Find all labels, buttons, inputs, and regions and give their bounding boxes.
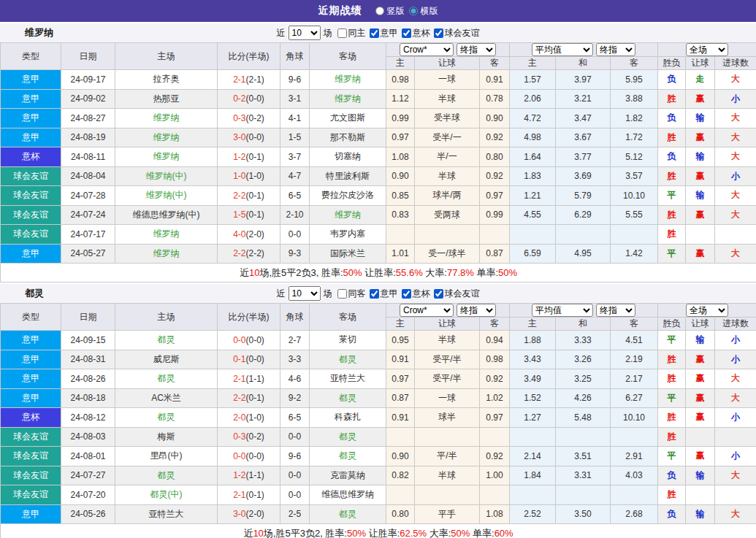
filter-row: 都灵 近 10 场 同客 意甲 意杯 球会友谊 <box>0 284 756 303</box>
odds-away-value: 1.02 <box>480 388 510 408</box>
result-goals: 大 <box>715 388 756 408</box>
result-goals: 小 <box>715 89 756 109</box>
match-row: 球会友谊24-07-20都灵(中)2-1(0-1)0-0维德思维罗纳胜 <box>1 485 756 505</box>
odds-home-value: 0.97 <box>386 369 415 389</box>
odds-time-select[interactable]: 终指 <box>457 304 496 317</box>
result-handicap: 赢 <box>686 244 715 264</box>
result-outcome: 负 <box>658 70 686 90</box>
bookmaker-select[interactable]: Crow* <box>400 43 454 56</box>
match-row: 球会友谊24-07-28维罗纳(中)2-2(0-1)6-5费拉尔皮沙洛0.85球… <box>1 186 756 206</box>
avg-home-value: 3.43 <box>510 350 556 369</box>
odds-away-value: 0.92 <box>480 447 510 466</box>
match-score: 2-2(0-1) <box>218 186 280 206</box>
avg-group-header: 平均值终指 <box>510 43 658 57</box>
recent-count-select[interactable]: 10 <box>289 26 321 40</box>
sub-header-avg-away: 客 <box>611 57 658 70</box>
friendly-checkbox[interactable] <box>434 289 443 299</box>
col-header-home: 主场 <box>115 43 218 70</box>
seriea-checkbox[interactable] <box>370 289 379 299</box>
vertical-radio-label: 竖版 <box>387 5 405 18</box>
corner-score: 3-7 <box>280 147 310 167</box>
odds-group-header: Crow*终指 <box>386 304 510 318</box>
match-date: 24-08-04 <box>61 166 115 186</box>
team-section-torino: 都灵 近 10 场 同客 意甲 意杯 球会友谊 <box>0 284 756 538</box>
average-select[interactable]: 平均值 <box>532 304 593 317</box>
sub-header-handicap: 让球 <box>415 57 480 70</box>
league-filter-seriea[interactable]: 意甲 <box>366 288 398 300</box>
league-filter-friendly[interactable]: 球会友谊 <box>430 288 480 300</box>
match-date: 24-07-24 <box>61 205 115 225</box>
avg-away-value: 3.57 <box>611 166 658 186</box>
corner-score: 0-0 <box>280 485 310 505</box>
match-score: 2-1(1-1) <box>218 369 280 389</box>
league-filter-coppa[interactable]: 意杯 <box>398 288 430 300</box>
home-team: 都灵 <box>115 369 218 389</box>
same-venue-filter[interactable]: 同客 <box>332 288 366 300</box>
avg-away-value: 6.27 <box>611 388 658 408</box>
view-option-horizontal[interactable]: 横版 <box>409 5 438 18</box>
away-team: 韦罗内塞 <box>310 225 386 245</box>
result-goals: 大 <box>715 205 756 225</box>
odds-home-value: 0.87 <box>386 388 415 408</box>
result-handicap: 赢 <box>686 166 715 186</box>
result-outcome: 胜 <box>658 225 686 245</box>
match-row: 意甲24-08-26都灵2-1(1-1)4-6亚特兰大0.97受平/半0.923… <box>1 369 756 389</box>
league-type-badge: 意甲 <box>1 109 61 128</box>
handicap-line: 受平/半 <box>415 350 480 369</box>
avg-draw-value <box>556 427 611 447</box>
odds-home-value: 1.08 <box>386 147 415 167</box>
avg-time-select[interactable]: 终指 <box>596 43 635 56</box>
avg-away-value: 3.88 <box>611 89 658 109</box>
average-select[interactable]: 平均值 <box>532 43 593 56</box>
avg-home-value: 1.21 <box>510 186 556 206</box>
match-row: 意甲24-09-02热那亚0-2(0-0)3-1维罗纳1.12半球0.782.0… <box>1 89 756 109</box>
view-option-vertical[interactable]: 竖版 <box>375 5 405 18</box>
odds-away-value: 0.87 <box>480 244 510 264</box>
odds-home-value: 1.01 <box>386 244 415 264</box>
seriea-checkbox[interactable] <box>370 28 379 38</box>
same-venue-checkbox[interactable] <box>337 289 347 299</box>
league-filter-coppa[interactable]: 意杯 <box>398 27 430 39</box>
league-type-badge: 球会友谊 <box>1 427 61 447</box>
bookmaker-select[interactable]: Crow* <box>400 304 454 317</box>
match-date: 24-08-31 <box>61 350 115 369</box>
odds-home-value <box>386 225 415 245</box>
odds-away-value: 0.92 <box>480 166 510 186</box>
league-type-badge: 意杯 <box>1 147 61 167</box>
corner-score: 0-0 <box>280 225 310 245</box>
match-row: 意甲24-08-19维罗纳3-0(0-0)1-5那不勒斯0.97受半/一0.92… <box>1 128 756 147</box>
coppa-checkbox[interactable] <box>402 28 411 38</box>
odds-time-select[interactable]: 终指 <box>457 43 496 56</box>
result-group-header: 全场 <box>658 304 756 318</box>
same-venue-checkbox[interactable] <box>337 28 347 38</box>
avg-time-select[interactable]: 终指 <box>596 304 635 317</box>
avg-home-value: 1.84 <box>510 466 556 485</box>
handicap-line: 球半 <box>415 408 480 428</box>
corner-score: 2-7 <box>280 331 310 350</box>
result-outcome: 胜 <box>658 166 686 186</box>
league-filter-friendly[interactable]: 球会友谊 <box>430 27 480 39</box>
recent-suffix-label: 场 <box>324 27 332 39</box>
corner-score: 9-6 <box>280 70 310 90</box>
sub-header-avg-home: 主 <box>510 318 556 331</box>
friendly-checkbox[interactable] <box>434 28 443 38</box>
recent-count-select[interactable]: 10 <box>289 286 321 301</box>
match-date: 24-08-19 <box>61 128 115 147</box>
result-goals: 小 <box>715 447 756 466</box>
team-name: 维罗纳 <box>25 26 53 39</box>
fulltime-select[interactable]: 全场 <box>686 43 728 56</box>
home-team: 梅斯 <box>115 427 218 447</box>
fulltime-select[interactable]: 全场 <box>686 304 728 317</box>
match-date: 24-08-18 <box>61 388 115 408</box>
sub-header-avg-away: 客 <box>611 318 658 331</box>
league-filter-seriea[interactable]: 意甲 <box>366 27 398 39</box>
home-team: 都灵 <box>115 466 218 485</box>
coppa-checkbox[interactable] <box>402 289 411 299</box>
same-venue-filter[interactable]: 同主 <box>332 27 366 39</box>
horizontal-radio[interactable] <box>409 7 418 15</box>
vertical-radio[interactable] <box>375 7 384 15</box>
result-outcome: 胜 <box>658 427 686 447</box>
avg-home-value: 1.88 <box>510 331 556 350</box>
league-type-badge: 意甲 <box>1 331 61 350</box>
avg-draw-value: 3.77 <box>556 147 611 167</box>
